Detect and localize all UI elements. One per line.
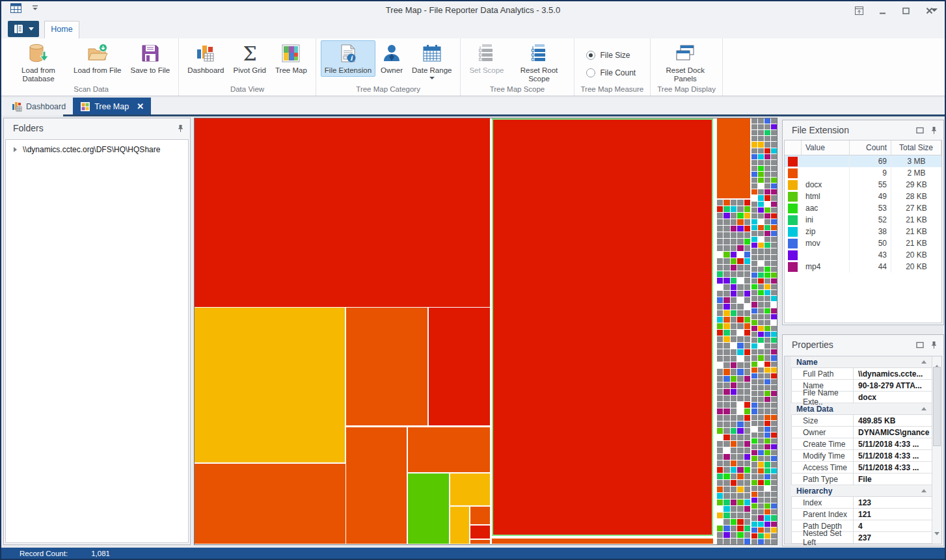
treemap-small-cell[interactable] xyxy=(764,421,770,426)
treemap-small-cell[interactable] xyxy=(731,245,737,251)
treemap-small-cell[interactable] xyxy=(744,200,750,206)
treemap-small-cell[interactable] xyxy=(717,460,723,466)
treemap-small-cell[interactable] xyxy=(731,500,737,505)
treemap-small-cell[interactable] xyxy=(751,207,757,213)
treemap-small-cell[interactable] xyxy=(717,513,723,518)
treemap-small-cell[interactable] xyxy=(737,434,743,440)
treemap-small-cell[interactable] xyxy=(764,492,770,497)
treemap-small-cell[interactable] xyxy=(723,252,729,258)
treemap-small-cell[interactable] xyxy=(723,506,729,512)
treemap-small-cell[interactable] xyxy=(771,433,777,438)
treemap-cell[interactable] xyxy=(492,539,713,544)
treemap-small-cell[interactable] xyxy=(764,462,770,467)
treemap-small-cell[interactable] xyxy=(771,427,777,432)
treemap-small-cell[interactable] xyxy=(771,373,777,379)
treemap-small-cell[interactable] xyxy=(744,226,750,232)
treemap-small-cell[interactable] xyxy=(751,326,757,331)
treemap-small-cell[interactable] xyxy=(723,408,729,414)
treemap-small-cell[interactable] xyxy=(744,526,750,531)
treemap-small-cell[interactable] xyxy=(771,225,777,230)
treemap-cell[interactable] xyxy=(450,507,469,544)
treemap-small-cell[interactable] xyxy=(731,395,737,401)
treemap-small-cell[interactable] xyxy=(717,213,723,219)
treemap-small-cell[interactable] xyxy=(744,402,750,408)
treemap-small-cell[interactable] xyxy=(737,389,743,395)
radio-icon[interactable] xyxy=(586,51,595,60)
treemap-small-cell[interactable] xyxy=(758,160,764,165)
treemap-small-cell[interactable] xyxy=(751,213,757,219)
treemap-small-cell[interactable] xyxy=(744,271,750,277)
treemap-small-cell[interactable] xyxy=(731,330,737,336)
treemap-small-cell[interactable] xyxy=(758,450,764,455)
collapse-group-icon[interactable] xyxy=(921,489,926,492)
treemap-small-cell[interactable] xyxy=(758,468,764,473)
treemap-small-cell[interactable] xyxy=(723,317,729,323)
treemap-small-cell[interactable] xyxy=(751,486,757,491)
treemap-small-cell[interactable] xyxy=(758,320,764,325)
treemap-small-cell[interactable] xyxy=(758,231,764,236)
treemap-small-cell[interactable] xyxy=(744,206,750,212)
treemap-small-cell[interactable] xyxy=(758,284,764,289)
pin-icon[interactable] xyxy=(177,124,184,133)
treemap-small-cell[interactable] xyxy=(771,332,777,337)
treemap-small-cell[interactable] xyxy=(717,467,723,473)
treemap-small-cell[interactable] xyxy=(764,278,770,284)
treemap-small-cell[interactable] xyxy=(751,130,757,135)
treemap-small-cell[interactable] xyxy=(717,219,723,225)
treemap-small-cell[interactable] xyxy=(771,231,777,236)
treemap-small-cell[interactable] xyxy=(764,154,770,159)
treemap-small-cell[interactable] xyxy=(717,434,723,440)
treemap-small-cell[interactable] xyxy=(751,148,757,153)
treemap-small-cell[interactable] xyxy=(731,278,737,284)
treemap-small-cell[interactable] xyxy=(731,454,737,460)
treemap-small-cell[interactable] xyxy=(737,336,743,342)
treemap-cell[interactable] xyxy=(195,464,345,544)
treemap-small-cell[interactable] xyxy=(764,397,770,402)
treemap-small-cell[interactable] xyxy=(737,454,743,460)
treemap-small-cell[interactable] xyxy=(717,330,723,336)
treemap-small-cell[interactable] xyxy=(758,207,764,213)
treemap-small-cell[interactable] xyxy=(751,480,757,485)
treemap-small-cell[interactable] xyxy=(764,195,770,200)
treemap-small-cell[interactable] xyxy=(764,231,770,236)
treemap-small-cell[interactable] xyxy=(737,265,743,271)
load-from-file-button[interactable]: Load from File xyxy=(70,40,126,77)
treemap-small-cell[interactable] xyxy=(764,498,770,503)
treemap-small-cell[interactable] xyxy=(737,408,743,414)
treemap-small-cell[interactable] xyxy=(737,330,743,336)
treemap-small-cell[interactable] xyxy=(764,480,770,485)
treemap-small-cell[interactable] xyxy=(758,213,764,219)
treemap-small-cell[interactable] xyxy=(723,473,729,479)
treemap-small-cell[interactable] xyxy=(723,226,729,232)
treemap-small-cell[interactable] xyxy=(731,336,737,342)
treemap-small-cell[interactable] xyxy=(731,526,737,531)
treemap-small-cell[interactable] xyxy=(737,460,743,466)
treemap-small-cell[interactable] xyxy=(744,278,750,284)
treemap-small-cell[interactable] xyxy=(771,408,777,414)
treemap-small-cell[interactable] xyxy=(771,290,777,295)
treemap-small-cell[interactable] xyxy=(751,509,757,514)
treemap-small-cell[interactable] xyxy=(764,213,770,219)
treemap-small-cell[interactable] xyxy=(723,336,729,342)
treemap-small-cell[interactable] xyxy=(751,415,757,420)
radio-icon[interactable] xyxy=(586,68,595,77)
treemap-small-cell[interactable] xyxy=(764,438,770,444)
treemap-small-cell[interactable] xyxy=(764,219,770,224)
treemap-small-cell[interactable] xyxy=(723,297,729,303)
treemap-small-cell[interactable] xyxy=(717,532,723,538)
treemap-small-cell[interactable] xyxy=(744,239,750,245)
treemap-small-cell[interactable] xyxy=(771,284,777,289)
treemap-small-cell[interactable] xyxy=(751,373,757,379)
treemap-small-cell[interactable] xyxy=(758,486,764,491)
treemap-small-cell[interactable] xyxy=(771,539,777,544)
treemap-small-cell[interactable] xyxy=(744,428,750,434)
treemap-small-cell[interactable] xyxy=(744,480,750,486)
treemap-small-cell[interactable] xyxy=(758,522,764,527)
treemap-small-cell[interactable] xyxy=(731,434,737,440)
treemap-small-cell[interactable] xyxy=(758,278,764,284)
treemap-small-cell[interactable] xyxy=(751,474,757,479)
treemap-small-cell[interactable] xyxy=(723,310,729,316)
treemap-small-cell[interactable] xyxy=(771,533,777,539)
treemap-small-cell[interactable] xyxy=(731,232,737,238)
treemap-small-cell[interactable] xyxy=(731,284,737,290)
